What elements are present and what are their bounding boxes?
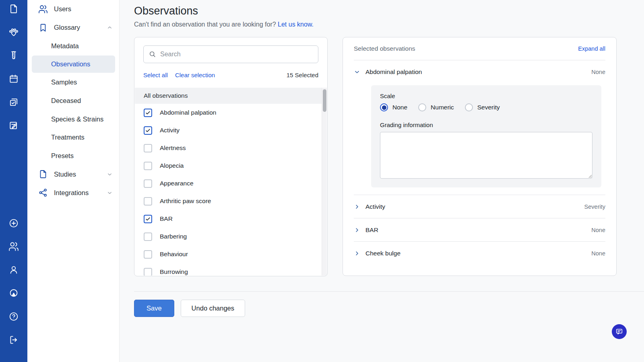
observation-checkbox-row[interactable]: Alopecia: [135, 157, 327, 175]
sidebar-item-label: Presets: [51, 152, 74, 160]
accordion-row-cheek-bulge[interactable]: Cheek bulge None: [354, 242, 605, 265]
accordion-row-activity[interactable]: Activity Severity: [354, 195, 605, 218]
radio-option-severity[interactable]: Severity: [465, 103, 500, 111]
sidebar-item-studies[interactable]: Studies: [27, 165, 119, 184]
grading-information-textarea[interactable]: [380, 132, 592, 179]
observation-checkbox-row[interactable]: Appearance: [135, 175, 327, 192]
radio-label: Severity: [477, 104, 500, 111]
calendar-icon[interactable]: [8, 74, 19, 84]
test-tube-icon[interactable]: [8, 50, 19, 61]
chat-bubble-icon: [615, 327, 623, 336]
main-content: Observations Can't find an observation t…: [120, 0, 644, 362]
scale-label: Scale: [380, 93, 592, 99]
checkbox[interactable]: [144, 162, 152, 170]
radio-option-numeric[interactable]: Numeric: [418, 103, 454, 111]
list-header: All observations: [135, 88, 327, 104]
observation-label: Alertness: [160, 144, 186, 152]
copy-check-icon[interactable]: [8, 97, 19, 107]
paw-icon[interactable]: [8, 27, 19, 37]
accordion-value: None: [591, 227, 605, 233]
note-edit-icon[interactable]: [8, 120, 19, 131]
save-button[interactable]: Save: [134, 300, 174, 317]
chat-button[interactable]: [612, 324, 627, 339]
share-nodes-icon: [38, 188, 48, 197]
icon-rail-top: [8, 4, 19, 131]
page-title: Observations: [134, 5, 644, 17]
person-icon[interactable]: [8, 265, 19, 275]
checkbox[interactable]: [144, 268, 152, 276]
users-icon: [38, 4, 48, 14]
chevron-right-icon: [354, 227, 360, 233]
icon-rail-bottom: [8, 218, 19, 345]
checkbox[interactable]: [144, 250, 152, 259]
observation-checkbox-row[interactable]: BAR: [135, 210, 327, 228]
search-input[interactable]: [143, 45, 318, 63]
observation-checkbox-row[interactable]: Behaviour: [135, 245, 327, 263]
logout-icon[interactable]: [8, 335, 19, 345]
selected-observations-panel: Selected observations Expand all Abdomin…: [343, 37, 617, 276]
grading-information-label: Grading information: [380, 121, 592, 128]
observation-selector-panel: Select all Clear selection 15 Selected A…: [134, 37, 328, 276]
observation-label: Barbering: [160, 233, 187, 240]
sidebar-item-label: Studies: [54, 171, 76, 178]
plus-circle-icon[interactable]: [8, 218, 19, 228]
checkbox[interactable]: [144, 109, 152, 117]
sidebar-item-presets[interactable]: Presets: [27, 147, 119, 165]
sidebar-item-label: Metadata: [51, 42, 79, 50]
clear-selection-link[interactable]: Clear selection: [175, 72, 215, 78]
broadcast-icon[interactable]: [8, 288, 19, 298]
sidebar-item-species-strains[interactable]: Species & Strains: [27, 110, 119, 128]
sidebar-item-deceased[interactable]: Deceased: [27, 92, 119, 110]
observation-checkbox-row[interactable]: Alertness: [135, 139, 327, 157]
sidebar-item-glossary[interactable]: Glossary: [27, 19, 119, 37]
sidebar-item-label: Treatments: [51, 134, 85, 141]
radio-option-none[interactable]: None: [380, 103, 407, 111]
icon-rail: [0, 0, 27, 362]
checkbox[interactable]: [144, 215, 152, 223]
observations-list: All observations Abdominal palpation Act…: [135, 88, 327, 276]
document-icon: [38, 169, 48, 179]
sidebar-item-users[interactable]: Users: [27, 0, 119, 19]
select-all-link[interactable]: Select all: [143, 72, 168, 78]
document-icon[interactable]: [8, 4, 19, 14]
checkbox[interactable]: [144, 232, 152, 241]
help-icon[interactable]: [8, 311, 19, 322]
accordion-label: Activity: [365, 203, 385, 210]
checkbox[interactable]: [144, 144, 152, 152]
sidebar-item-observations[interactable]: Observations: [32, 56, 115, 73]
radio-button[interactable]: [418, 103, 426, 111]
sidebar-item-label: Integrations: [54, 189, 89, 197]
accordion-row-abdominal-palpation[interactable]: Abdominal palpation None: [354, 60, 605, 84]
bookmark-icon: [38, 23, 48, 33]
observation-checkbox-row[interactable]: Burrowing: [135, 263, 327, 276]
accordion-row-bar[interactable]: BAR None: [354, 218, 605, 241]
radio-button[interactable]: [380, 103, 388, 111]
checkbox[interactable]: [144, 179, 152, 188]
radio-button[interactable]: [465, 103, 473, 111]
sidebar: Users Glossary Metadata Observations Sam…: [27, 0, 120, 362]
sidebar-item-integrations[interactable]: Integrations: [27, 183, 119, 202]
sidebar-item-label: Samples: [51, 78, 77, 86]
observation-checkbox-row[interactable]: Barbering: [135, 228, 327, 245]
checkbox[interactable]: [144, 126, 152, 135]
selected-count: 15 Selected: [287, 72, 318, 78]
observation-checkbox-row[interactable]: Activity: [135, 121, 327, 139]
search-icon: [149, 50, 156, 58]
sidebar-item-samples[interactable]: Samples: [27, 73, 119, 92]
observation-checkbox-row[interactable]: Abdominal palpation: [135, 104, 327, 121]
scrollbar-thumb[interactable]: [323, 89, 326, 112]
users-icon[interactable]: [8, 241, 19, 252]
observation-label: Appearance: [160, 180, 194, 187]
chevron-down-icon: [354, 69, 360, 75]
sidebar-item-metadata[interactable]: Metadata: [27, 37, 119, 55]
let-us-know-link[interactable]: Let us know.: [278, 21, 314, 28]
checkbox[interactable]: [144, 197, 152, 206]
scrollbar[interactable]: [322, 88, 327, 276]
expand-all-link[interactable]: Expand all: [578, 45, 605, 52]
observation-checkbox-row[interactable]: Arthritic paw score: [135, 192, 327, 210]
undo-changes-button[interactable]: Undo changes: [181, 300, 245, 317]
accordion-value: None: [591, 250, 605, 257]
footer-divider: [134, 291, 644, 292]
sidebar-item-treatments[interactable]: Treatments: [27, 128, 119, 147]
chevron-up-icon: [107, 25, 113, 31]
